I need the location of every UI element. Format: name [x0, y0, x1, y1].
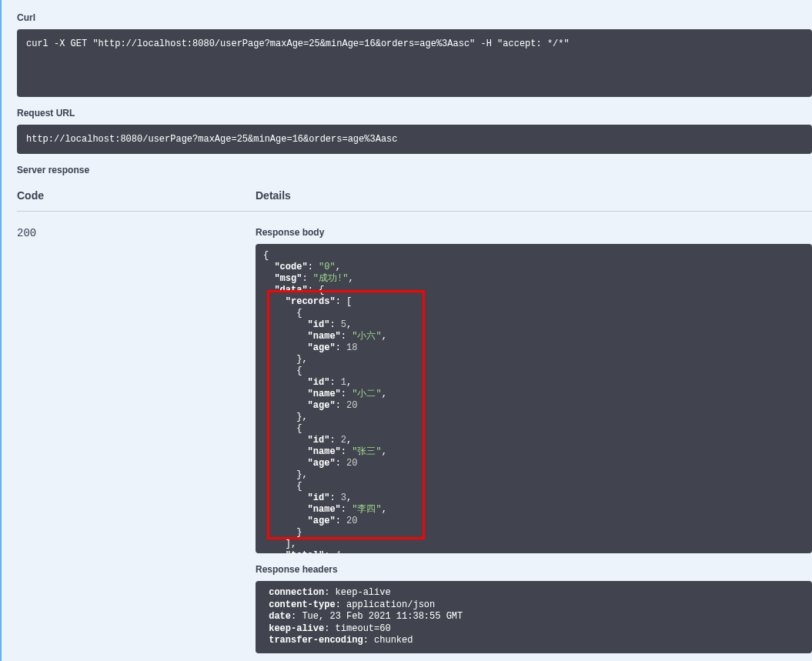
response-body-label: Response body: [256, 227, 812, 238]
status-code: 200: [17, 222, 256, 653]
response-table-header: Code Details: [17, 189, 812, 212]
details-cell: Response body { "code": "0", "msg": "成功!…: [256, 222, 812, 653]
curl-command-block[interactable]: curl -X GET "http://localhost:8080/userP…: [17, 29, 812, 97]
code-header: Code: [17, 189, 256, 202]
server-response-label: Server response: [17, 165, 812, 175]
records-highlight-box: [267, 290, 425, 539]
response-body-block[interactable]: { "code": "0", "msg": "成功!", "data": { "…: [256, 244, 812, 553]
response-headers-block[interactable]: connection: keep-alive content-type: app…: [256, 581, 812, 653]
request-url-block[interactable]: http://localhost:8080/userPage?maxAge=25…: [17, 125, 812, 154]
request-url-label: Request URL: [17, 108, 812, 119]
response-headers-label: Response headers: [256, 564, 812, 575]
swagger-response-panel: Curl curl -X GET "http://localhost:8080/…: [0, 0, 812, 661]
response-table-row: 200 Response body { "code": "0", "msg": …: [17, 222, 812, 653]
details-header: Details: [256, 189, 812, 202]
curl-label: Curl: [17, 12, 812, 23]
